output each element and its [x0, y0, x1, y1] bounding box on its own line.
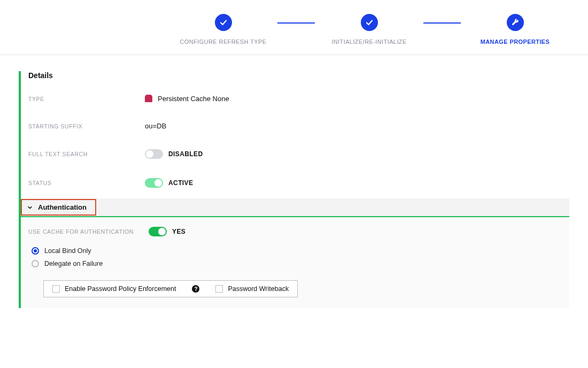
checkbox-icon	[215, 285, 223, 293]
radio-label: Delegate on Failure	[44, 260, 103, 267]
row-status: STATUS ACTIVE	[28, 178, 569, 188]
panel-title: Details	[28, 71, 569, 80]
toggle-state-label: YES	[172, 228, 185, 235]
step-connector	[423, 22, 461, 24]
checkbox-enable-password-policy[interactable]: Enable Password Policy Enforcement	[52, 285, 176, 293]
row-type: TYPE Persistent Cache None	[28, 95, 569, 103]
field-label: FULL TEXT SEARCH	[28, 151, 145, 157]
field-label: STATUS	[28, 180, 145, 186]
toggle-state-label: ACTIVE	[168, 179, 193, 187]
checkbox-password-writeback[interactable]: Password Writeback	[215, 285, 289, 293]
row-full-text-search: FULL TEXT SEARCH DISABLED	[28, 149, 569, 159]
radio-label: Local Bind Only	[44, 247, 91, 255]
status-toggle[interactable]	[145, 178, 163, 188]
use-cache-toggle[interactable]	[149, 227, 167, 236]
help-icon[interactable]: ?	[192, 285, 199, 293]
highlight-box: Authentication	[21, 199, 96, 216]
toggle-state-label: DISABLED	[168, 150, 203, 158]
radio-icon	[32, 260, 39, 267]
step-initialize[interactable]: INITIALIZE/RE-INITIALIZE	[315, 14, 423, 45]
bind-mode-radio-group: Local Bind Only Delegate on Failure	[32, 247, 562, 267]
chevron-down-icon	[27, 205, 33, 210]
radio-delegate-on-failure[interactable]: Delegate on Failure	[32, 260, 562, 267]
step-label: INITIALIZE/RE-INITIALIZE	[331, 39, 406, 45]
step-configure-refresh-type[interactable]: CONFIGURE REFRESH TYPE	[169, 14, 277, 45]
checkbox-icon	[52, 285, 60, 293]
row-use-cache-auth: USE CACHE FOR AUTHENTICATION YES	[28, 227, 562, 236]
field-label: USE CACHE FOR AUTHENTICATION	[28, 228, 149, 235]
step-label: CONFIGURE REFRESH TYPE	[180, 39, 266, 45]
database-icon	[145, 96, 152, 102]
radio-local-bind-only[interactable]: Local Bind Only	[32, 247, 562, 255]
step-label: MANAGE PROPERTIES	[481, 39, 550, 45]
wrench-icon	[507, 14, 524, 31]
check-icon	[215, 14, 232, 31]
checkbox-label: Enable Password Policy Enforcement	[65, 285, 176, 293]
checkbox-label: Password Writeback	[228, 285, 289, 293]
field-value: Persistent Cache None	[158, 95, 229, 103]
authentication-header[interactable]: Authentication	[21, 198, 569, 217]
fts-toggle[interactable]	[145, 149, 163, 159]
check-icon	[361, 14, 378, 31]
wizard-stepper: CONFIGURE REFRESH TYPE INITIALIZE/RE-INI…	[0, 0, 588, 55]
row-starting-suffix: STARTING SUFFIX ou=DB	[28, 122, 569, 130]
authentication-body: USE CACHE FOR AUTHENTICATION YES Local B…	[21, 217, 569, 308]
details-panel: Details TYPE Persistent Cache None START…	[19, 71, 569, 198]
password-options-bar: Enable Password Policy Enforcement ? Pas…	[43, 280, 298, 297]
field-label: STARTING SUFFIX	[28, 123, 145, 129]
authentication-panel: Authentication USE CACHE FOR AUTHENTICAT…	[19, 198, 569, 308]
field-label: TYPE	[28, 96, 145, 102]
step-connector	[277, 22, 315, 24]
section-title: Authentication	[38, 203, 87, 211]
step-manage-properties[interactable]: MANAGE PROPERTIES	[461, 14, 569, 45]
radio-icon	[32, 247, 39, 255]
field-value: ou=DB	[145, 122, 166, 130]
